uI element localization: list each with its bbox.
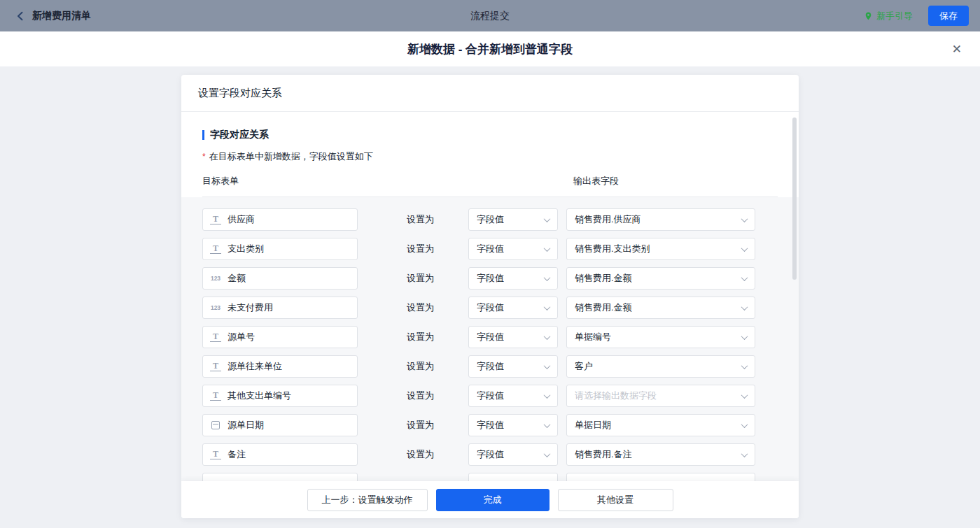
chevron-down-icon — [544, 333, 551, 340]
text-field-icon: T — [210, 362, 221, 371]
target-field-input[interactable] — [202, 473, 358, 481]
value-mode-value: 字段值 — [477, 360, 504, 373]
target-field-name: 未支付费用 — [227, 301, 273, 314]
value-mode-select[interactable]: 字段值 — [468, 326, 558, 348]
value-mode-select[interactable]: 字段值 — [468, 267, 558, 290]
done-button[interactable]: 完成 — [436, 489, 550, 511]
field-mapping-row: 123 金额 设置为 字段值 销售费用.金额 — [202, 267, 778, 290]
output-field-select[interactable]: 销售费用.金额 — [566, 267, 755, 290]
other-settings-button[interactable]: 其他设置 — [558, 489, 673, 511]
value-mode-select[interactable]: 字段值 — [468, 414, 558, 436]
value-mode-select[interactable]: 字段值 — [468, 238, 558, 260]
output-field-select[interactable]: 销售费用.供应商 — [566, 208, 755, 231]
target-field-input[interactable]: T 支出类别 — [202, 238, 358, 260]
field-mapping-row: T 支出类别 设置为 字段值 销售费用.支出类别 — [202, 238, 778, 260]
chevron-down-icon — [741, 215, 748, 222]
target-field-input[interactable]: T 其他支出单编号 — [202, 385, 358, 407]
close-button[interactable]: ✕ — [952, 43, 962, 55]
target-field-input[interactable]: 源单日期 — [202, 414, 358, 436]
beginner-guide-button[interactable]: 新手引导 — [864, 10, 913, 22]
output-field-select[interactable]: 销售费用.备注 — [566, 443, 755, 466]
value-mode-value: 字段值 — [477, 419, 504, 431]
chevron-down-icon — [741, 304, 748, 311]
output-field-select[interactable]: 请选择输出数据字段 — [566, 385, 755, 407]
output-field-value: 请选择输出数据字段 — [575, 390, 657, 402]
output-field-select[interactable] — [566, 473, 755, 481]
target-field-name: 供应商 — [227, 213, 255, 226]
field-mapping-row: T 源单往来单位 设置为 字段值 客户 — [202, 355, 778, 378]
text-field-icon: T — [210, 215, 221, 224]
flow-name-title: 新增费用清单 — [32, 10, 91, 22]
chevron-down-icon — [544, 362, 551, 369]
chevron-down-icon — [544, 450, 551, 457]
target-field-name: 源单往来单位 — [227, 360, 282, 373]
field-mapping-panel: 设置字段对应关系 字段对应关系 * 在目标表单中新增数据，字段值设置如下 目标表… — [181, 75, 799, 518]
chevron-down-icon — [544, 392, 551, 399]
set-as-label: 设置为 — [407, 301, 436, 314]
text-field-icon: T — [210, 332, 221, 342]
set-as-label: 设置为 — [407, 448, 436, 461]
close-icon: ✕ — [952, 43, 962, 56]
top-app-bar: 新增费用清单 流程提交 新手引导 保存 — [0, 0, 980, 31]
target-field-input[interactable]: 123 金额 — [202, 267, 358, 290]
process-submit-title: 流程提交 — [0, 0, 980, 31]
target-field-name: 源单号 — [227, 331, 255, 343]
chevron-down-icon — [544, 304, 551, 311]
column-header-target: 目标表单 — [202, 175, 239, 187]
target-field-name: 金额 — [227, 272, 246, 285]
set-as-label: 设置为 — [407, 390, 436, 402]
target-field-input[interactable]: 123 未支付费用 — [202, 297, 358, 319]
required-mark: * — [202, 152, 206, 162]
back-button[interactable] — [11, 7, 29, 25]
number-field-icon: 123 — [210, 305, 221, 311]
text-field-icon: T — [210, 450, 221, 459]
value-mode-select[interactable]: 字段值 — [468, 208, 558, 231]
panel-footer: 上一步：设置触发动作 完成 其他设置 — [181, 481, 799, 518]
target-field-input[interactable]: T 备注 — [202, 443, 358, 466]
target-field-name: 其他支出单编号 — [227, 390, 291, 402]
output-field-select[interactable]: 单据日期 — [566, 414, 755, 436]
chevron-down-icon — [741, 362, 748, 369]
value-mode-select[interactable]: 字段值 — [468, 355, 558, 378]
output-field-select[interactable]: 单据编号 — [566, 326, 755, 348]
target-field-name: 支出类别 — [227, 243, 264, 255]
value-mode-value: 字段值 — [477, 331, 504, 343]
prev-step-button[interactable]: 上一步：设置触发动作 — [307, 489, 428, 511]
output-field-select[interactable]: 客户 — [566, 355, 755, 378]
column-headers: 目标表单 输出表字段 — [202, 175, 778, 197]
set-as-label: 设置为 — [407, 331, 436, 343]
target-field-input[interactable]: T 源单号 — [202, 326, 358, 348]
output-field-value: 销售费用.金额 — [575, 272, 632, 285]
field-mapping-row: T 供应商 设置为 字段值 销售费用.供应商 — [202, 208, 778, 231]
hint-text: * 在目标表单中新增数据，字段值设置如下 — [202, 150, 778, 163]
value-mode-select[interactable]: 字段值 — [468, 297, 558, 319]
column-header-output: 输出表字段 — [573, 175, 619, 187]
output-field-value: 销售费用.支出类别 — [575, 243, 650, 255]
output-field-value: 销售费用.供应商 — [575, 213, 641, 226]
output-field-select[interactable]: 销售费用.金额 — [566, 297, 755, 319]
value-mode-select[interactable]: 字段值 — [468, 443, 558, 466]
number-field-icon: 123 — [210, 276, 221, 282]
save-button[interactable]: 保存 — [928, 6, 969, 26]
field-mapping-row-partial — [202, 473, 778, 481]
text-field-icon: T — [210, 391, 221, 401]
topbar-actions: 新手引导 保存 — [864, 6, 969, 26]
target-field-input[interactable]: T 供应商 — [202, 208, 358, 231]
set-as-label: 设置为 — [407, 272, 436, 285]
chevron-down-icon — [544, 215, 551, 222]
chevron-left-icon — [15, 10, 26, 22]
scrollbar-thumb[interactable] — [792, 117, 797, 280]
value-mode-value: 字段值 — [477, 448, 504, 461]
set-as-label: 设置为 — [407, 213, 436, 226]
output-field-value: 客户 — [575, 360, 593, 373]
output-field-select[interactable]: 销售费用.支出类别 — [566, 238, 755, 260]
field-mapping-row: 源单日期 设置为 字段值 单据日期 — [202, 414, 778, 436]
value-mode-value: 字段值 — [477, 301, 504, 314]
section-title-label: 字段对应关系 — [210, 129, 269, 141]
value-mode-select[interactable] — [468, 473, 558, 481]
value-mode-select[interactable]: 字段值 — [468, 385, 558, 407]
target-field-input[interactable]: T 源单往来单位 — [202, 355, 358, 378]
set-as-label: 设置为 — [407, 360, 436, 373]
chevron-down-icon — [741, 450, 748, 457]
field-mapping-row: T 源单号 设置为 字段值 单据编号 — [202, 326, 778, 348]
